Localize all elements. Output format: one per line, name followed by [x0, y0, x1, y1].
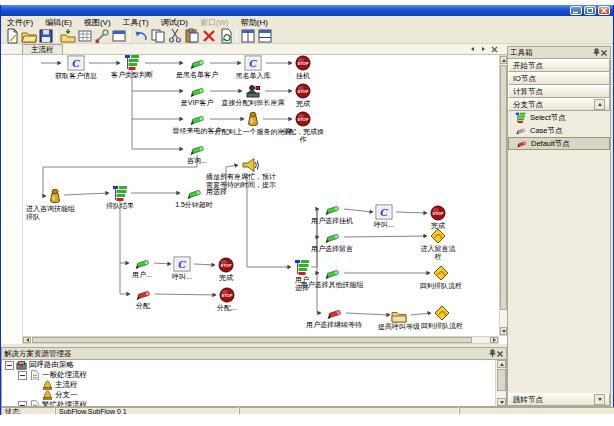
tab-main-flow[interactable]: 主流程	[22, 44, 63, 54]
tree-item-label: 繁忙处理流程	[42, 400, 87, 406]
tree-item-label: 分支一	[55, 390, 78, 400]
close-icon[interactable]	[496, 350, 504, 358]
window-vertical-icon	[257, 28, 273, 44]
toolbox-category-label: 计算节点	[513, 87, 543, 97]
toolbox-item-label: Case节点	[530, 126, 563, 136]
node-label: 分配，完成操作	[280, 128, 326, 143]
canvas-pane: 主流程 C获取客户信息客户类型判断是黑名单客户C黑名单入库STOP挂机是VIP客…	[1, 44, 508, 344]
maximize-button[interactable]	[584, 6, 596, 15]
build-icon	[94, 28, 110, 44]
toolbar-undo-button[interactable]	[132, 28, 149, 43]
stop-icon: STOP	[219, 287, 235, 303]
case-icon	[187, 84, 207, 98]
toolbar-refresh-button[interactable]	[217, 28, 234, 43]
case-icon	[187, 142, 207, 156]
toolbar-grid-button[interactable]	[76, 28, 93, 43]
node-label: 进入咨询技能组排队	[26, 205, 78, 220]
node-label: 获取客户信息	[44, 72, 108, 80]
toolbar-window-vertical-button[interactable]	[256, 28, 273, 43]
cbox-icon: C	[244, 55, 262, 71]
tree-item[interactable]: 分支一	[3, 390, 494, 400]
pin-icon[interactable]	[488, 349, 496, 358]
menu-item[interactable]: 编辑(E)	[39, 17, 78, 28]
tree-expander[interactable]	[18, 401, 27, 407]
svg-text:STOP: STOP	[222, 293, 233, 298]
tree-item[interactable]: 回呼路由策略	[3, 360, 494, 370]
toolbar-build-button[interactable]	[93, 28, 110, 43]
menu-item[interactable]: 文件(F)	[1, 17, 39, 28]
tree-item[interactable]: 主流程	[3, 380, 494, 390]
toolbox-category[interactable]: 分支节点	[508, 98, 610, 111]
explorer-header: 解决方案资源管理器	[2, 348, 506, 360]
title-bar[interactable]	[1, 5, 613, 16]
restore-icon	[586, 7, 594, 14]
speaker-icon	[242, 157, 260, 173]
new-file-icon	[4, 28, 20, 44]
tree-expander[interactable]	[18, 371, 27, 380]
svg-text:STOP: STOP	[298, 89, 309, 94]
svg-text:C: C	[178, 258, 186, 270]
pin-icon[interactable]	[592, 48, 600, 57]
tree-expander[interactable]	[5, 361, 14, 370]
flow-canvas[interactable]: C获取客户信息客户类型判断是黑名单客户C黑名单入库STOP挂机是VIP客户直接分…	[22, 55, 499, 336]
toolbar-form-window-button[interactable]	[110, 28, 127, 43]
main-area: 主流程 C获取客户信息客户类型判断是黑名单客户C黑名单入库STOP挂机是VIP客…	[1, 44, 613, 407]
goto-icon	[430, 228, 446, 244]
toolbox-category-label: IO节点	[513, 74, 536, 84]
import-folder-icon	[60, 28, 76, 44]
toolbar-delete-button[interactable]	[200, 28, 217, 43]
toolbar-save-button[interactable]	[37, 28, 54, 43]
toolbox-item-case-[interactable]: Case节点	[508, 124, 610, 137]
window-horizontal-icon	[240, 28, 256, 44]
tab-scroll-left-button[interactable]	[468, 45, 476, 53]
toolbox-item-default-[interactable]: Default节点	[508, 137, 610, 150]
tree-item-label: 主流程	[55, 380, 78, 390]
node-label: 1.5分钟超时	[171, 201, 217, 209]
solution-tree: 回呼路由策略一般处理流程主流程分支一繁忙处理流程主流程	[3, 360, 494, 406]
scroll-down-button[interactable]	[594, 394, 605, 405]
close-icon[interactable]	[600, 49, 608, 57]
toolbar-cut-button[interactable]	[166, 28, 183, 43]
default-icon	[133, 287, 153, 301]
case-dark-icon	[514, 125, 527, 136]
toolbar-paste-button[interactable]	[183, 28, 200, 43]
toolbox-item-select-[interactable]: Select节点	[508, 111, 610, 124]
canvas-horizontal-scrollbar[interactable]	[22, 336, 499, 344]
explorer-scrollbar[interactable]	[495, 360, 506, 406]
minimize-button[interactable]	[570, 6, 582, 15]
node-label: 完成	[194, 274, 258, 282]
toolbar-open-folder-button[interactable]	[20, 28, 37, 43]
menu-item[interactable]: 工具(T)	[117, 17, 155, 28]
toolbox-category-jump[interactable]: 跳转节点	[508, 393, 610, 406]
tab-scroll-right-button[interactable]	[479, 45, 487, 53]
flow-icon	[42, 390, 53, 400]
toolbox-category-label: 分支节点	[513, 100, 543, 110]
agent-icon	[245, 84, 261, 98]
svg-text:STOP: STOP	[298, 61, 309, 66]
toolbox-category[interactable]: 开始节点	[508, 59, 610, 72]
flow-doc-icon	[29, 370, 40, 380]
node-label: 分配...	[195, 304, 259, 312]
screen: 文件(F)编辑(E)视图(V)工具(T)调试(D)窗口(W)帮助(H) 主流程 …	[0, 0, 614, 426]
select-icon	[514, 112, 527, 123]
toolbar-copy-button[interactable]	[149, 28, 166, 43]
toolbox-category[interactable]: 计算节点	[508, 85, 610, 98]
tree-item[interactable]: 繁忙处理流程	[3, 400, 494, 406]
case-icon	[322, 230, 342, 244]
minimize-icon	[572, 7, 580, 14]
tab-close-button[interactable]	[490, 45, 498, 53]
toolbox-category[interactable]: IO节点	[508, 72, 610, 85]
menu-item[interactable]: 视图(V)	[78, 17, 117, 28]
menu-item[interactable]: 帮助(H)	[235, 17, 274, 28]
toolbox-item-label: Select节点	[530, 113, 566, 123]
toolbar-window-horizontal-button[interactable]	[239, 28, 256, 43]
scroll-up-button[interactable]	[594, 99, 605, 110]
toolbar-new-file-button[interactable]	[3, 28, 20, 43]
toolbar-import-folder-button[interactable]	[59, 28, 76, 43]
toolbox-panel: 工具箱 开始节点IO节点计算节点分支节点Select节点Case节点Defaul…	[507, 46, 611, 407]
tree-item[interactable]: 一般处理流程	[3, 370, 494, 380]
default-icon	[515, 138, 528, 149]
stop-icon: STOP	[218, 257, 234, 273]
close-button[interactable]	[598, 6, 610, 15]
menu-item[interactable]: 调试(D)	[155, 17, 194, 28]
